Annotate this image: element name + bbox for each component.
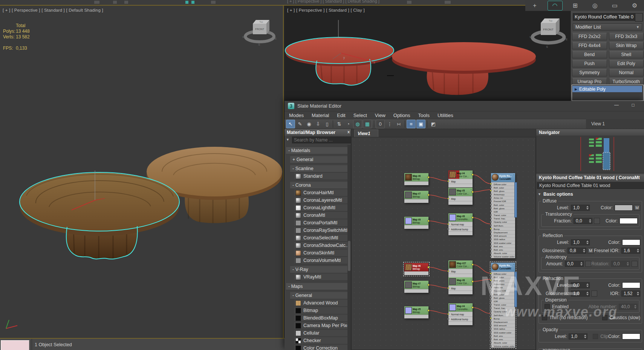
material-slot-bump[interactable]: Bump bbox=[491, 227, 515, 230]
node-bitmap-map6[interactable]: Map #6Bitmap bbox=[404, 173, 428, 185]
maxscript-mini-listener[interactable] bbox=[1, 340, 29, 350]
material-output-tab[interactable] bbox=[514, 272, 517, 307]
modifier-button[interactable]: FFD 3x3x3 bbox=[609, 33, 644, 40]
tab-create-icon[interactable]: + bbox=[528, 1, 542, 10]
output-socket[interactable] bbox=[427, 220, 430, 222]
modifier-list-dropdown[interactable]: Modifier List ▼ bbox=[573, 23, 642, 30]
menu-item[interactable]: Material bbox=[312, 113, 329, 118]
output-socket[interactable] bbox=[427, 266, 430, 268]
select-tool-icon[interactable]: ↖ bbox=[286, 120, 295, 128]
material-slot-refr-env-[interactable]: Refr. env. bbox=[491, 248, 515, 251]
node-preview-icon[interactable]: ▣ bbox=[416, 120, 425, 128]
input-socket[interactable] bbox=[490, 228, 492, 230]
browser-scrollbar[interactable] bbox=[347, 145, 351, 350]
material-slot-fresnel-ior[interactable]: Fresnel IOR bbox=[491, 199, 515, 203]
menu-item[interactable]: Modes bbox=[289, 113, 304, 118]
input-socket[interactable] bbox=[490, 290, 492, 292]
browser-tree-row[interactable]: CoronaRaySwitchMtl bbox=[294, 227, 347, 234]
material-slot-sss-amount[interactable]: SSS amount bbox=[491, 324, 515, 327]
tab-hierarchy-icon[interactable]: ⊞ bbox=[568, 1, 582, 10]
material-slot-sss-scatter-color[interactable]: SSS scatter color bbox=[491, 330, 515, 334]
input-socket[interactable] bbox=[490, 245, 492, 247]
input-socket[interactable] bbox=[490, 342, 492, 344]
input-socket[interactable] bbox=[447, 318, 449, 320]
input-socket[interactable] bbox=[490, 317, 492, 319]
input-socket[interactable] bbox=[490, 310, 492, 312]
browser-tree-row[interactable]: + General bbox=[290, 156, 347, 163]
browser-tree-row[interactable]: CoronaMtl bbox=[294, 212, 347, 219]
navigator-header[interactable]: Navigator bbox=[536, 129, 644, 135]
input-socket[interactable] bbox=[490, 324, 492, 326]
node-corona-material-upper[interactable]: Kyoto Ro...CoronaMtl − Diffuse colorRefl… bbox=[491, 173, 515, 258]
material-slot-transl-frac-[interactable]: Transl. frac. bbox=[491, 306, 515, 310]
menu-item[interactable]: Edit bbox=[337, 113, 345, 118]
input-socket[interactable] bbox=[447, 228, 449, 230]
fraction-spinner[interactable]: 0,0 bbox=[574, 218, 592, 224]
material-slot-sss-radius[interactable]: SSS radius bbox=[491, 327, 515, 330]
viewport-label-right[interactable]: [ + ] [ Perspective ] [ Standard ] [ Cla… bbox=[287, 8, 365, 12]
clip-checkbox[interactable] bbox=[593, 334, 598, 339]
input-socket[interactable] bbox=[447, 198, 449, 199]
material-slot-ior[interactable]: IOR bbox=[491, 299, 515, 303]
refraction-level-spinner[interactable]: 0,0 bbox=[571, 282, 590, 288]
material-slot-fresnel-ior[interactable]: Fresnel IOR bbox=[491, 289, 515, 292]
material-slot-transl-color[interactable]: Transl. color bbox=[491, 213, 515, 217]
input-socket[interactable] bbox=[490, 221, 492, 223]
rotation-spinner[interactable]: 0,0 bbox=[611, 261, 630, 267]
modifier-button[interactable]: Push bbox=[572, 60, 607, 67]
browser-tree-row[interactable]: CoronaSelectMtl bbox=[294, 234, 347, 242]
viewport-perspective-shaded[interactable]: FRONT Top S E W [ + ] [ Perspective ] [ … bbox=[0, 6, 284, 338]
browser-tree-row[interactable]: - General bbox=[290, 292, 347, 299]
collapse-icon[interactable]: − bbox=[470, 214, 472, 216]
browser-tree-row[interactable]: CoronaShadowCatc... bbox=[294, 242, 347, 249]
layout-align-icon[interactable]: ∺ bbox=[395, 120, 403, 128]
input-socket[interactable] bbox=[490, 210, 492, 212]
browser-tree-row[interactable]: CoronaVolumeMtl bbox=[294, 257, 347, 264]
input-socket[interactable] bbox=[490, 183, 492, 185]
input-socket[interactable] bbox=[490, 276, 492, 278]
thin-checkbox[interactable] bbox=[542, 315, 547, 320]
menu-item[interactable]: Options bbox=[393, 113, 410, 118]
material-slot-refl-color[interactable]: Refl. color bbox=[491, 186, 515, 189]
material-map-navigator-icon[interactable]: ◩ bbox=[429, 120, 437, 128]
material-output-tab[interactable] bbox=[514, 182, 517, 218]
translucency-color-swatch[interactable] bbox=[620, 218, 638, 224]
input-socket[interactable] bbox=[447, 180, 449, 182]
rollout-basic-options[interactable]: ▼ Basic options bbox=[538, 191, 643, 197]
refraction-color-swatch[interactable] bbox=[622, 282, 640, 288]
browser-tree-row[interactable]: CoronaSkinMtl bbox=[294, 250, 347, 257]
browser-tree-row[interactable]: CoronaHairMtl bbox=[294, 189, 347, 196]
node-color-correction-map8[interactable]: Map #8Color Cor... − Map bbox=[448, 277, 473, 294]
show-background-icon[interactable]: ▦ bbox=[363, 120, 372, 128]
material-slot-refr-color[interactable]: Refr. color bbox=[491, 292, 515, 296]
active-view-selector[interactable]: View 1 bbox=[586, 119, 644, 129]
node-color-correction-map5[interactable]: Map #5Color Cor... − Map bbox=[448, 188, 473, 205]
modifier-button[interactable]: FFD 2x2x2 bbox=[572, 33, 607, 40]
input-socket[interactable] bbox=[490, 242, 492, 243]
material-slot-sss-amount[interactable]: SSS amount bbox=[491, 234, 515, 237]
diffuse-color-swatch[interactable] bbox=[615, 205, 633, 211]
output-socket[interactable] bbox=[427, 284, 430, 286]
input-socket[interactable] bbox=[490, 314, 492, 316]
browser-tree-row[interactable]: Bitmap bbox=[294, 307, 347, 314]
output-socket[interactable] bbox=[427, 194, 430, 196]
search-input[interactable] bbox=[292, 137, 351, 143]
layout-vertical-icon[interactable]: ⋮ bbox=[385, 120, 394, 128]
minimize-button[interactable]: — bbox=[611, 102, 622, 109]
stack-item-editable-poly[interactable]: ▶ Editable Poly bbox=[572, 86, 642, 92]
viewport-label-left[interactable]: [ + ] [ Perspective ] [ Standard ] [ Def… bbox=[3, 8, 103, 12]
material-slot-refr-gloss[interactable]: Refr. gloss bbox=[491, 296, 515, 299]
browser-tree-row[interactable]: CoronaPortalMtl bbox=[294, 219, 347, 227]
input-socket[interactable] bbox=[490, 279, 492, 281]
input-socket[interactable] bbox=[490, 272, 492, 274]
collapse-icon[interactable]: − bbox=[470, 188, 472, 191]
browser-tree-row[interactable]: - V-Ray bbox=[290, 266, 347, 273]
amount-spinner[interactable]: 0,0 bbox=[565, 261, 584, 267]
modifier-button[interactable]: Normal bbox=[609, 69, 644, 76]
reflection-level-spinner[interactable]: 1,0 bbox=[571, 239, 590, 245]
input-socket[interactable] bbox=[490, 252, 492, 254]
glossiness-spinner[interactable]: 0,8 bbox=[568, 248, 586, 254]
browser-tree-row[interactable]: CoronaLayeredMtl bbox=[294, 197, 347, 204]
input-socket[interactable] bbox=[490, 193, 492, 195]
input-socket[interactable] bbox=[490, 300, 492, 302]
